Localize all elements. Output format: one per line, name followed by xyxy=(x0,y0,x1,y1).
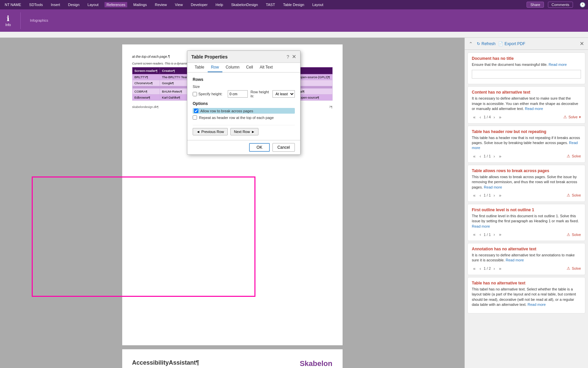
cell: ChromeVox¶ xyxy=(132,80,160,86)
export-pdf-button[interactable]: 📄 Export PDF xyxy=(498,41,525,46)
nav-next-2[interactable]: › xyxy=(492,153,496,159)
nav-controls-2: « ‹ 1 / 1 › » xyxy=(472,153,503,159)
nav-prev-5[interactable]: ‹ xyxy=(478,266,482,271)
tab-references[interactable]: References xyxy=(105,2,127,7)
ribbon-top-bar: NT NAME SDTools Insert Design Layout Ref… xyxy=(0,0,588,9)
height-value-input[interactable]: 0 cm xyxy=(228,90,248,98)
panel-close-button[interactable]: ✕ xyxy=(580,40,584,47)
issue-body-text: Ensure that the document has meaningful … xyxy=(472,63,548,67)
nav-next-1[interactable]: › xyxy=(492,114,496,120)
app-name: NT NAME xyxy=(3,2,23,7)
solve-button-5[interactable]: ⚠ Solve xyxy=(567,266,581,271)
nav-prev-first-2[interactable]: « xyxy=(472,153,477,159)
allow-break-checkbox[interactable] xyxy=(194,109,198,113)
nav-next-last-5[interactable]: » xyxy=(498,266,503,271)
issue-card-table-no-alt: Table has no alternative text This tabel… xyxy=(467,277,585,314)
next-arrow-icon: ► xyxy=(251,130,255,134)
nav-next-3[interactable]: › xyxy=(492,193,496,198)
tab-insert[interactable]: Insert xyxy=(49,2,62,7)
nav-prev-3[interactable]: ‹ xyxy=(478,193,482,198)
dialog-title-controls: ? ✕ xyxy=(286,53,296,60)
next-row-button[interactable]: Next Row ► xyxy=(230,128,259,135)
solve-button-1[interactable]: ⚠ Solve ▾ xyxy=(563,115,581,119)
prev-arrow-icon: ◄ xyxy=(196,130,200,134)
issue-title-outline: First outline level is not outline 1 xyxy=(472,208,581,212)
solve-button-3[interactable]: ⚠ Solve xyxy=(567,193,581,198)
nav-controls-5: « ‹ 1 / 2 › » xyxy=(472,266,503,271)
repeat-header-checkbox[interactable] xyxy=(193,115,197,120)
read-more-link-1[interactable]: Read more xyxy=(525,107,543,111)
dialog-help-button[interactable]: ? xyxy=(286,54,289,59)
nav-next-last-4[interactable]: » xyxy=(498,232,503,237)
dialog-body: Rows Size Specify height: 0 cm Row heigh… xyxy=(187,73,300,140)
tab-row[interactable]: Row xyxy=(208,63,222,72)
comments-button[interactable]: Comments xyxy=(548,2,573,8)
specify-height-check: Specify height: xyxy=(193,92,222,96)
nav-prev-4[interactable]: ‹ xyxy=(478,232,482,237)
tab-alt-text[interactable]: Alt Text xyxy=(256,63,276,72)
solve-label-4: Solve xyxy=(572,233,581,237)
cancel-button[interactable]: Cancel xyxy=(272,143,295,152)
ok-button[interactable]: OK xyxy=(249,143,269,152)
nav-prev-1[interactable]: ‹ xyxy=(478,114,482,120)
nav-next-last-1[interactable]: » xyxy=(498,114,503,120)
tab-sdtools[interactable]: SDTools xyxy=(27,2,45,7)
read-more-link-4[interactable]: Read more xyxy=(472,224,490,228)
nav-prev-first-3[interactable]: « xyxy=(472,193,477,198)
nav-next-last-3[interactable]: » xyxy=(498,193,503,198)
clock-icon[interactable]: 🕐 xyxy=(580,2,585,7)
nav-prev-first-1[interactable]: « xyxy=(472,114,477,120)
tab-column[interactable]: Column xyxy=(222,63,243,72)
refresh-button[interactable]: ↻ Refresh xyxy=(477,41,496,46)
dialog-close-button[interactable]: ✕ xyxy=(292,53,296,60)
solve-icon-5: ⚠ xyxy=(567,266,570,271)
tab-layout[interactable]: Layout xyxy=(85,2,101,7)
cell: Edbrowse¶ xyxy=(132,95,160,101)
info-ribbon-item[interactable]: ℹ Info xyxy=(5,14,11,27)
nav-controls-3: « ‹ 1 / 1 › » xyxy=(472,193,503,198)
panel-collapse-icon[interactable]: ⌃ xyxy=(469,41,473,46)
solve-icon-1: ⚠ xyxy=(563,115,567,119)
tab-tast[interactable]: TAST xyxy=(264,2,277,7)
right-panel-header: ⌃ ↻ Refresh 📄 Export PDF ✕ xyxy=(465,38,588,50)
tab-skabelondesign[interactable]: SkabelonDesign xyxy=(229,2,260,7)
read-more-link-3[interactable]: Read more xyxy=(484,185,502,189)
tab-help[interactable]: Help xyxy=(214,2,225,7)
solve-icon-2: ⚠ xyxy=(567,154,570,158)
read-more-link-5[interactable]: Read more xyxy=(506,258,524,262)
dialog-nav-buttons: ◄ Previous Row Next Row ► xyxy=(193,125,295,135)
tab-layout2[interactable]: Layout xyxy=(310,2,325,7)
tab-mailings[interactable]: Mailings xyxy=(131,2,149,7)
solve-button-2[interactable]: ⚠ Solve xyxy=(567,154,581,158)
row-height-select[interactable]: At least Exactly xyxy=(272,90,295,98)
ribbon-separator xyxy=(20,12,21,29)
tab-cell[interactable]: Cell xyxy=(243,63,256,72)
tab-table[interactable]: Table xyxy=(191,63,208,72)
cell: BRLTTY¶ xyxy=(132,74,160,80)
issue-body-annotation: It is necessary to define alternative te… xyxy=(472,253,581,263)
tab-table-design[interactable]: Table Design xyxy=(281,2,307,7)
nav-prev-2[interactable]: ‹ xyxy=(478,153,482,159)
specify-height-checkbox[interactable] xyxy=(193,92,197,96)
read-more-link-0[interactable]: Read more xyxy=(549,63,567,67)
nav-next-4[interactable]: › xyxy=(492,232,496,237)
nav-count-4: 1 / 1 xyxy=(484,233,491,237)
page2-title: AccessibilityAssistant¶ xyxy=(132,359,199,366)
options-section: Options Allow row to break across pages … xyxy=(193,101,295,120)
previous-row-button[interactable]: ◄ Previous Row xyxy=(193,128,228,135)
read-more-link-6[interactable]: Read more xyxy=(528,302,546,306)
share-button[interactable]: Share xyxy=(527,2,544,8)
nav-next-last-2[interactable]: » xyxy=(498,153,503,159)
nav-prev-first-4[interactable]: « xyxy=(472,232,477,237)
nav-prev-first-5[interactable]: « xyxy=(472,266,477,271)
tab-view[interactable]: View xyxy=(173,2,185,7)
document-title-input[interactable] xyxy=(472,70,581,79)
tab-developer[interactable]: Developer xyxy=(189,2,209,7)
nav-count-3: 1 / 1 xyxy=(484,193,491,197)
solve-button-4[interactable]: ⚠ Solve xyxy=(567,232,581,237)
nav-next-5[interactable]: › xyxy=(492,266,496,271)
tab-review[interactable]: Review xyxy=(153,2,169,7)
issue-body-table-no-alt: This tabel has no alternative text. Sele… xyxy=(472,287,581,308)
tab-design[interactable]: Design xyxy=(66,2,81,7)
table-properties-dialog[interactable]: Table Properties ? ✕ Table Row Column Ce… xyxy=(187,50,301,155)
